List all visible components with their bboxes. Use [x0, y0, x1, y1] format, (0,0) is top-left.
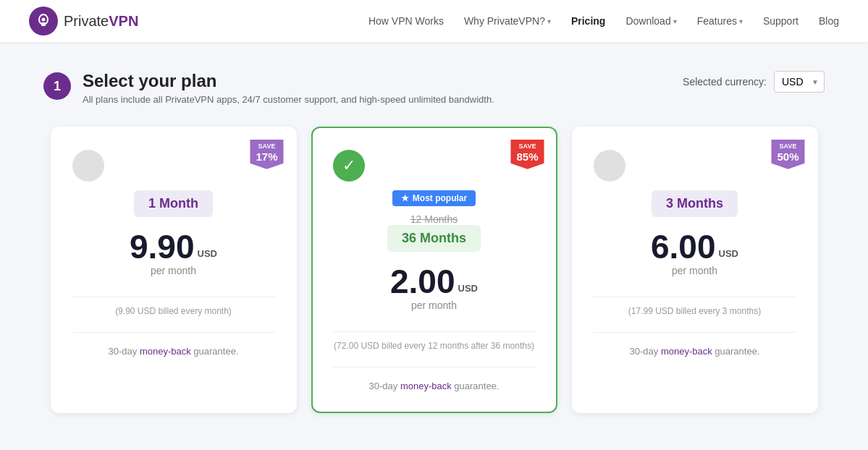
plan-card-1-month[interactable]: SAVE 17% 1 Month 9.90 USD per month (9.9… — [51, 127, 297, 413]
nav-links: How VPN Works Why PrivateVPN? ▾ Pricing … — [368, 15, 839, 27]
nav-link-features[interactable]: Features ▾ — [697, 15, 743, 27]
nav-link-blog[interactable]: Blog — [819, 15, 839, 27]
plan-title-block: Select your plan All plans include all P… — [83, 71, 494, 105]
plan-card-3-months[interactable]: SAVE 50% 3 Months 6.00 USD per month (17… — [572, 127, 818, 413]
price-3-months: 6.00 — [651, 230, 716, 263]
plan-icon-3-months — [594, 150, 625, 182]
cards-container: SAVE 17% 1 Month 9.90 USD per month (9.9… — [43, 127, 825, 413]
logo-icon — [29, 7, 58, 35]
logo-text: PrivateVPN — [64, 13, 138, 30]
strikethrough-months: 12 Months — [410, 213, 458, 225]
currency-select[interactable]: USD EUR GBP — [774, 71, 825, 93]
billing-info-3-months: (17.99 USD billed every 3 months) — [628, 306, 761, 316]
plan-card-36-months[interactable]: SAVE 85% ✓ ★ Most popular 12 Months 36 M… — [311, 127, 557, 413]
money-back-3-months: 30-day money-back guarantee. — [630, 346, 760, 357]
billing-info-36-months: (72.00 USD billed every 12 months after … — [334, 341, 534, 351]
save-label: SAVE — [256, 143, 277, 150]
navbar: PrivateVPN How VPN Works Why PrivateVPN?… — [0, 0, 868, 42]
chevron-down-icon: ▾ — [673, 17, 677, 25]
star-icon: ★ — [401, 193, 409, 203]
price-36-months: 2.00 — [390, 265, 455, 298]
nav-link-download[interactable]: Download ▾ — [625, 15, 676, 27]
price-container-1-month: 9.90 USD — [130, 230, 217, 263]
plan-icon-36-months: ✓ — [333, 150, 365, 182]
plan-duration-1-month: 1 Month — [134, 190, 213, 217]
plan-duration-36-months: 36 Months — [387, 225, 481, 252]
save-badge-36-months: SAVE 85% — [510, 140, 544, 169]
currency-wrapper[interactable]: USD EUR GBP — [774, 71, 825, 93]
nav-link-why-privatevpn[interactable]: Why PrivateVPN? ▾ — [464, 15, 551, 27]
plan-subtitle: All plans include all PrivateVPN apps, 2… — [83, 94, 494, 105]
logo[interactable]: PrivateVPN — [29, 7, 138, 35]
divider2-36-months — [333, 367, 536, 368]
currency-36-months: USD — [458, 283, 478, 294]
money-back-1-month: 30-day money-back guarantee. — [109, 346, 239, 357]
per-month-36-months: per month — [411, 300, 457, 311]
money-back-link-36[interactable]: money-back — [400, 381, 452, 391]
plan-header: 1 Select your plan All plans include all… — [43, 71, 825, 105]
save-percent-3: 50% — [777, 150, 799, 164]
save-label-36: SAVE — [516, 143, 538, 150]
save-label-3: SAVE — [777, 143, 799, 150]
nav-link-pricing[interactable]: Pricing — [571, 15, 605, 27]
save-percent-36: 85% — [516, 150, 538, 164]
plan-header-left: 1 Select your plan All plans include all… — [43, 71, 494, 105]
plan-title: Select your plan — [83, 71, 494, 91]
divider-3-months — [594, 297, 796, 297]
money-back-36-months: 30-day money-back guarantee. — [369, 381, 500, 391]
currency-label: Selected currency: — [683, 76, 767, 88]
currency-selector: Selected currency: USD EUR GBP — [683, 71, 825, 93]
save-percent: 17% — [256, 150, 277, 164]
per-month-1-month: per month — [151, 265, 196, 276]
main-content: 1 Select your plan All plans include all… — [0, 42, 868, 442]
price-container-3-months: 6.00 USD — [651, 230, 738, 263]
save-badge-1-month: SAVE 17% — [250, 140, 283, 169]
save-badge-3-months: SAVE 50% — [771, 140, 804, 169]
divider2-3-months — [594, 332, 796, 333]
per-month-3-months: per month — [672, 265, 717, 276]
plan-duration-3-months: 3 Months — [652, 190, 738, 217]
currency-1-month: USD — [198, 248, 217, 259]
chevron-down-icon: ▾ — [547, 17, 551, 25]
currency-3-months: USD — [719, 248, 738, 259]
plan-icon-1-month — [72, 150, 104, 182]
money-back-link-3[interactable]: money-back — [661, 346, 712, 357]
chevron-down-icon: ▾ — [739, 17, 743, 25]
nav-link-how-vpn-works[interactable]: How VPN Works — [368, 15, 444, 27]
price-1-month: 9.90 — [130, 230, 195, 263]
step-badge: 1 — [43, 72, 71, 100]
billing-info-1-month: (9.90 USD billed every month) — [115, 306, 232, 316]
svg-point-2 — [42, 18, 46, 22]
svg-rect-1 — [41, 22, 46, 26]
divider-36-months — [333, 331, 536, 332]
divider-1-month — [72, 297, 275, 297]
most-popular-badge: ★ Most popular — [392, 190, 476, 206]
divider2-1-month — [72, 332, 275, 333]
money-back-link-1-month[interactable]: money-back — [140, 346, 191, 357]
price-container-36-months: 2.00 USD — [390, 265, 478, 298]
most-popular-label: Most popular — [413, 193, 467, 203]
nav-link-support[interactable]: Support — [763, 15, 799, 27]
